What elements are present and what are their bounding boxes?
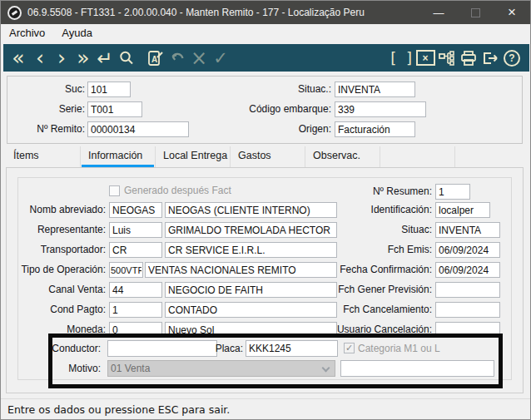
brackets-icon: [ ] xyxy=(390,47,414,70)
situac-form-input[interactable] xyxy=(435,222,500,238)
exit-button[interactable] xyxy=(479,46,501,71)
tab-informacion[interactable]: Información xyxy=(81,146,156,167)
print-button[interactable] xyxy=(458,46,479,71)
app-window: 06.9.5508 - FT1331 - 2.00.00.040 - Mante… xyxy=(0,0,531,420)
codigo-embarque-input[interactable] xyxy=(335,101,426,117)
tab-observac[interactable]: Observac. xyxy=(305,146,380,167)
situac-header-input[interactable] xyxy=(335,82,415,97)
cancel-icon: × xyxy=(191,47,207,70)
suc-input[interactable] xyxy=(87,82,131,97)
canal-venta-desc-input[interactable] xyxy=(165,282,337,298)
fch-cancelamiento-input[interactable] xyxy=(435,302,500,318)
motivo-dropdown: 01 Venta xyxy=(107,360,335,377)
serie-label: Serie: xyxy=(10,101,85,117)
cond-pagto-code-input[interactable] xyxy=(109,302,162,318)
enter-icon: ↵ xyxy=(97,47,112,70)
placa-input[interactable] xyxy=(246,340,338,357)
codigo-embarque-label: Código embarque: xyxy=(235,101,331,117)
motivo-label: Motivo: xyxy=(19,361,101,377)
maximize-button xyxy=(457,1,494,24)
cond-pagto-desc-input[interactable] xyxy=(165,302,337,318)
help-icon: ? xyxy=(504,50,520,67)
transportador-desc-input[interactable] xyxy=(165,242,337,258)
maximize-icon xyxy=(471,8,480,17)
representante-desc-input[interactable] xyxy=(165,222,337,238)
app-logo-icon xyxy=(7,6,22,20)
situac-form-label: Situac: xyxy=(335,222,432,238)
representante-label: Representante: xyxy=(19,222,106,238)
chevron-down-icon xyxy=(322,364,330,373)
next-record-icon: › xyxy=(57,47,66,70)
moneda-label: Moneda: xyxy=(19,322,106,338)
close-button[interactable]: × xyxy=(494,1,530,24)
tab-items[interactable]: Ítems xyxy=(6,146,81,167)
canal-venta-code-input[interactable] xyxy=(109,282,162,298)
toolbar: « ‹ › » ↵ A × ✓ [ ] × ? xyxy=(3,44,529,72)
tipo-operacion-code-input[interactable] xyxy=(109,262,143,278)
menu-bar: Archivo Ayuda xyxy=(1,24,530,42)
nomb-abreviado-code-input[interactable] xyxy=(109,202,162,218)
tab-filler xyxy=(380,146,455,167)
fch-gener-prevision-input[interactable] xyxy=(435,282,500,298)
moneda-code-input[interactable] xyxy=(109,322,162,338)
num-resumen-input[interactable] xyxy=(435,184,470,200)
delete-button[interactable]: × xyxy=(414,46,436,71)
moneda-desc-input[interactable] xyxy=(165,322,337,338)
menu-ayuda[interactable]: Ayuda xyxy=(53,25,101,41)
origen-label: Origen: xyxy=(235,121,331,137)
enter-button[interactable]: ↵ xyxy=(94,46,116,71)
identificacion-input[interactable] xyxy=(435,202,490,218)
toolbar-right-group: [ ] × ? xyxy=(390,46,523,71)
origen-input[interactable] xyxy=(335,121,415,137)
confirm-button: ✓ xyxy=(210,46,231,71)
usuario-cancelacion-input[interactable] xyxy=(435,322,500,338)
nomb-abreviado-label: Nomb abreviado: xyxy=(19,202,106,218)
previous-record-icon: ‹ xyxy=(36,47,44,70)
svg-text:A: A xyxy=(151,55,157,64)
motivo-selected-value: 01 Venta xyxy=(111,363,150,374)
fch-cancelamiento-label: Fch Cancelamiento: xyxy=(335,302,432,318)
tree-view-button[interactable] xyxy=(436,46,458,71)
minimize-button[interactable]: — xyxy=(420,1,457,24)
edit-record-button[interactable]: A xyxy=(145,46,166,71)
cond-pagto-label: Cond Pagto: xyxy=(19,302,106,318)
suc-label: Suc: xyxy=(10,82,85,97)
categoria-checkbox: ✓ xyxy=(344,343,355,353)
tab-bar: Ítems Información Local Entrega Gastos O… xyxy=(6,146,522,167)
help-button[interactable]: ? xyxy=(501,46,523,71)
boxed-x-icon: × xyxy=(416,50,435,66)
placa-label: Placa: xyxy=(197,341,243,357)
situac-header-label: Situac.: xyxy=(235,82,331,97)
nomb-abreviado-desc-input[interactable] xyxy=(165,202,337,218)
remito-input[interactable] xyxy=(87,121,189,137)
print-icon xyxy=(459,50,478,67)
menu-archivo[interactable]: Archivo xyxy=(1,25,53,41)
remito-label: Nº Remito: xyxy=(10,121,85,137)
serie-input[interactable] xyxy=(87,101,142,117)
last-record-button[interactable]: » xyxy=(72,46,94,71)
canal-venta-label: Canal Venta: xyxy=(19,282,106,298)
tipo-operacion-desc-input[interactable] xyxy=(145,262,337,278)
search-icon xyxy=(118,50,135,67)
brackets-button[interactable]: [ ] xyxy=(390,46,414,71)
fch-emis-input[interactable] xyxy=(435,242,500,258)
first-record-button[interactable]: « xyxy=(7,46,29,71)
motivo-extra-input[interactable] xyxy=(340,360,494,377)
categoria-checkbox-label: Categoria M1 ou L xyxy=(358,341,466,357)
header-panel: Suc: Serie: Nº Remito: Situac.: Código e… xyxy=(7,76,523,144)
usuario-cancelacion-label: Usuario Cancelación: xyxy=(335,322,432,338)
fch-emis-label: Fch Emis: xyxy=(335,242,432,258)
conductor-label: Conductor: xyxy=(19,341,101,357)
transportador-code-input[interactable] xyxy=(109,242,162,258)
fecha-confirmacion-input[interactable] xyxy=(435,262,500,278)
window-title: 06.9.5508 - FT1331 - 2.00.00.040 - Mante… xyxy=(27,7,420,18)
generado-checkbox-label: Generado después Fact xyxy=(124,183,249,199)
tab-gastos[interactable]: Gastos xyxy=(231,146,305,167)
next-record-button[interactable]: › xyxy=(51,46,72,71)
undo-button xyxy=(166,46,188,71)
previous-record-button[interactable]: ‹ xyxy=(29,46,51,71)
tab-local-entrega[interactable]: Local Entrega xyxy=(156,146,231,167)
representante-code-input[interactable] xyxy=(109,222,162,238)
fch-gener-prevision-label: Fch Gener Previsión: xyxy=(335,282,432,298)
search-button[interactable] xyxy=(116,46,137,71)
